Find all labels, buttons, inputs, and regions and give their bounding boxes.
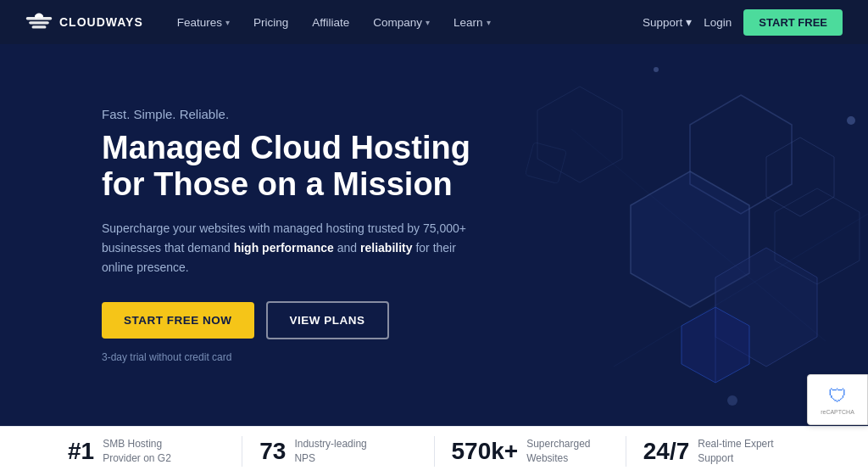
trial-text: 3-day trial without credit card [102, 351, 475, 363]
nav-right: Support ▾ Login START FREE [643, 9, 843, 36]
svg-marker-8 [537, 87, 622, 182]
nav-item-affiliate[interactable]: Affiliate [302, 11, 359, 34]
logo-icon [25, 13, 53, 31]
recaptcha-badge: 🛡 reCAPTCHA [807, 374, 868, 425]
chevron-down-icon: ▾ [225, 18, 230, 27]
login-link[interactable]: Login [704, 16, 732, 29]
stats-bar: #1 SMB Hosting Provider on G2 73 Industr… [0, 426, 868, 476]
stat-desc-rank: SMB Hosting Provider on G2 [103, 437, 187, 466]
chevron-down-icon: ▾ [426, 18, 430, 27]
hero-content: Fast. Simple. Reliable. Managed Cloud Ho… [0, 107, 475, 364]
svg-marker-4 [766, 137, 834, 216]
svg-rect-1 [29, 21, 49, 24]
logo-text: CLOUDWAYS [59, 15, 143, 29]
stat-desc-websites: Supercharged Websites [526, 437, 609, 466]
recaptcha-text: reCAPTCHA [821, 409, 854, 415]
stat-item-nps: 73 Industry-leading NPS [259, 437, 416, 466]
navbar: CLOUDWAYS Features ▾ Pricing Affiliate C… [0, 0, 868, 44]
svg-point-9 [847, 116, 855, 125]
start-free-button[interactable]: START FREE [743, 9, 843, 36]
nav-links: Features ▾ Pricing Affiliate Company ▾ L… [167, 11, 643, 34]
stat-desc-support: Real-time Expert Support [698, 437, 782, 466]
hero-description: Supercharge your websites with managed h… [102, 219, 475, 277]
stat-item-rank: #1 SMB Hosting Provider on G2 [68, 437, 225, 466]
svg-rect-0 [26, 17, 52, 20]
hero-background-graphic [444, 44, 868, 426]
recaptcha-icon: 🛡 [821, 385, 854, 407]
svg-rect-15 [526, 143, 567, 184]
logo[interactable]: CLOUDWAYS [25, 13, 143, 31]
svg-line-17 [571, 129, 826, 341]
hero-buttons: START FREE NOW VIEW PLANS [102, 301, 475, 339]
hero-title: Managed Cloud Hosting for Those on a Mis… [102, 130, 475, 204]
stat-desc-nps: Industry-leading NPS [294, 437, 379, 466]
stat-divider-2 [434, 436, 435, 467]
hero-tagline: Fast. Simple. Reliable. [102, 107, 475, 121]
support-link[interactable]: Support ▾ [643, 15, 692, 29]
start-free-now-button[interactable]: START FREE NOW [102, 302, 254, 339]
stat-item-websites: 570k+ Supercharged Websites [452, 437, 609, 466]
svg-rect-2 [32, 25, 47, 28]
stat-number-websites: 570k+ [452, 438, 519, 465]
view-plans-button[interactable]: VIEW PLANS [266, 301, 389, 339]
stat-divider-3 [626, 436, 626, 467]
stat-number-support: 24/7 [643, 438, 690, 465]
nav-item-company[interactable]: Company ▾ [363, 11, 440, 34]
nav-item-features[interactable]: Features ▾ [167, 11, 240, 34]
hero-section: Fast. Simple. Reliable. Managed Cloud Ho… [0, 44, 868, 426]
svg-point-11 [654, 67, 659, 72]
stat-divider-1 [242, 436, 242, 467]
nav-item-learn[interactable]: Learn ▾ [443, 11, 501, 34]
svg-point-12 [727, 395, 737, 406]
stat-item-support: 24/7 Real-time Expert Support [643, 437, 800, 466]
stat-number-nps: 73 [259, 438, 286, 465]
stat-number-rank: #1 [68, 438, 94, 465]
chevron-down-icon: ▾ [686, 15, 692, 29]
chevron-down-icon: ▾ [487, 18, 491, 27]
nav-item-pricing[interactable]: Pricing [243, 11, 298, 34]
